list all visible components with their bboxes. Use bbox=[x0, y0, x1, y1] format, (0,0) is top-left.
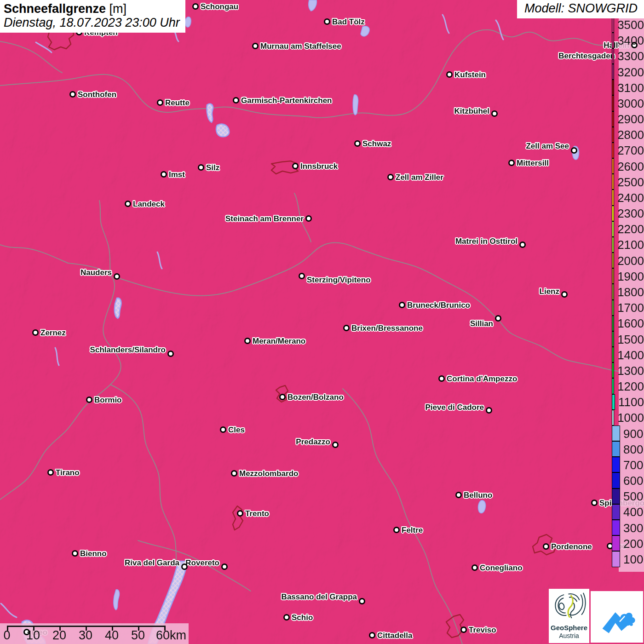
city-dot bbox=[332, 442, 339, 448]
colorbar-row: 1100 bbox=[612, 394, 644, 410]
city-label: Bienno bbox=[80, 550, 107, 558]
colorbar-row: 3300 bbox=[612, 48, 644, 64]
colorbar-tick-label: 2700 bbox=[617, 144, 644, 156]
city-label: Schlanders/Silandro bbox=[90, 346, 166, 354]
colorbar-row: 2100 bbox=[612, 237, 644, 253]
city-label: Garmisch-Partenkirchen bbox=[241, 97, 332, 104]
city-dot bbox=[387, 174, 394, 180]
city-dot bbox=[455, 492, 462, 498]
colorbar-swatch bbox=[612, 206, 614, 221]
city-label: Pordenone bbox=[551, 543, 592, 551]
city-label: Bassano del Grappa bbox=[282, 593, 357, 601]
colorbar-tick-label: 800 bbox=[623, 443, 643, 455]
colorbar-swatch bbox=[612, 33, 614, 48]
colorbar-tick-label: 300 bbox=[623, 522, 643, 534]
mountain-cloud-icon bbox=[598, 599, 636, 634]
colorbar-row: 500 bbox=[612, 489, 644, 504]
city-label: Rovereto bbox=[185, 559, 219, 567]
colorbar-row: 2300 bbox=[612, 206, 644, 221]
city-label: Sterzing/Vipiteno bbox=[307, 276, 371, 284]
city-dot bbox=[343, 325, 350, 331]
city-label: Brixen/Bressanone bbox=[351, 324, 423, 332]
city-label: Imst bbox=[169, 171, 185, 178]
colorbar-tick-label: 2500 bbox=[617, 176, 644, 188]
city-label: Schwaz bbox=[362, 140, 391, 148]
colorbar-swatch bbox=[612, 17, 614, 33]
city-label: Lienz bbox=[540, 288, 559, 295]
colorbar-swatch bbox=[612, 316, 614, 331]
city-dot bbox=[369, 632, 375, 638]
city-dot bbox=[167, 351, 174, 357]
geosphere-org-name: GeoSphere bbox=[549, 624, 589, 632]
colorbar-tick-label: 2000 bbox=[617, 255, 644, 267]
colorbar-tick-label: 2200 bbox=[617, 223, 644, 235]
colorbar-row: 900 bbox=[612, 426, 644, 441]
city-label: Kufstein bbox=[454, 71, 486, 79]
city-label: Murnau am Staffelsee bbox=[260, 42, 341, 50]
colorbar-tick-label: 1000 bbox=[617, 412, 644, 424]
colorbar-row: 700 bbox=[612, 457, 644, 473]
city-label: Kitzbühel bbox=[454, 107, 490, 115]
city-dot bbox=[47, 469, 54, 476]
colorbar-swatch bbox=[612, 158, 614, 174]
colorbar-tick-label: 2100 bbox=[617, 239, 644, 251]
colorbar-swatch bbox=[612, 221, 614, 237]
scale-bar: 0102030405060km bbox=[0, 623, 189, 644]
city-label: Treviso bbox=[469, 626, 496, 634]
city-dot bbox=[446, 71, 453, 78]
colorbar-swatch bbox=[612, 284, 614, 299]
city-dot bbox=[72, 550, 78, 557]
city-dot bbox=[32, 329, 39, 336]
colorbar-row: 100 bbox=[612, 552, 644, 567]
city-dot bbox=[86, 397, 92, 403]
city-dot bbox=[399, 302, 405, 308]
city-label: Trento bbox=[245, 510, 269, 518]
city-dot bbox=[486, 407, 492, 414]
colorbar-swatch bbox=[612, 253, 614, 268]
city-dot bbox=[508, 160, 515, 166]
city-label: Sonthofen bbox=[78, 91, 116, 98]
colorbar-tick-label: 3500 bbox=[617, 19, 644, 31]
city-dot bbox=[491, 110, 498, 117]
colorbar-swatch bbox=[612, 48, 614, 64]
city-dot bbox=[161, 171, 167, 178]
city-dot bbox=[157, 99, 163, 106]
colorbar-row: 600 bbox=[612, 473, 644, 489]
colorbar-tick-label: 1400 bbox=[617, 349, 644, 361]
city-label: Mittersill bbox=[517, 159, 549, 167]
colorbar-swatch bbox=[612, 64, 614, 80]
city-label: Reutte bbox=[165, 99, 190, 107]
city-dot bbox=[472, 564, 478, 571]
city-dot bbox=[221, 564, 228, 570]
city-dot bbox=[198, 164, 204, 171]
city-dot bbox=[438, 375, 445, 382]
river-lines bbox=[1, 15, 503, 617]
colorbar-row: 2500 bbox=[612, 174, 644, 190]
city-label: Landeck bbox=[133, 200, 165, 208]
colorbar-swatch bbox=[612, 190, 614, 205]
colorbar-tick-label: 3000 bbox=[617, 98, 644, 109]
colorbar-swatch bbox=[612, 80, 614, 95]
colorbar-swatch bbox=[612, 268, 614, 284]
colorbar-swatch bbox=[612, 394, 615, 410]
colorbar-row: 1600 bbox=[612, 316, 644, 331]
colorbar-swatch bbox=[612, 362, 614, 378]
colorbar-row: 800 bbox=[612, 442, 644, 457]
colorbar-swatch bbox=[612, 237, 614, 253]
city-dot bbox=[231, 470, 237, 477]
colorbar-tick-label: 1200 bbox=[617, 380, 644, 392]
city-dot bbox=[125, 201, 131, 207]
colorbar-tick-label: 1300 bbox=[617, 365, 644, 377]
model-label: Modell: SNOWGRID bbox=[517, 0, 644, 18]
colorbar-tick-label: 1100 bbox=[618, 396, 644, 408]
scale-bar-label: 20 bbox=[52, 629, 66, 642]
colorbar-swatch bbox=[612, 520, 620, 535]
scale-bar-label: 10 bbox=[26, 629, 40, 642]
colorbar-tick-label: 400 bbox=[623, 506, 643, 518]
city-label: Bormio bbox=[94, 396, 122, 404]
city-dot bbox=[283, 614, 290, 621]
city-label: Nauders bbox=[80, 269, 112, 276]
colorbar-swatch bbox=[612, 426, 620, 441]
city-dot bbox=[324, 18, 330, 25]
city-label: Predazzo bbox=[296, 438, 330, 446]
